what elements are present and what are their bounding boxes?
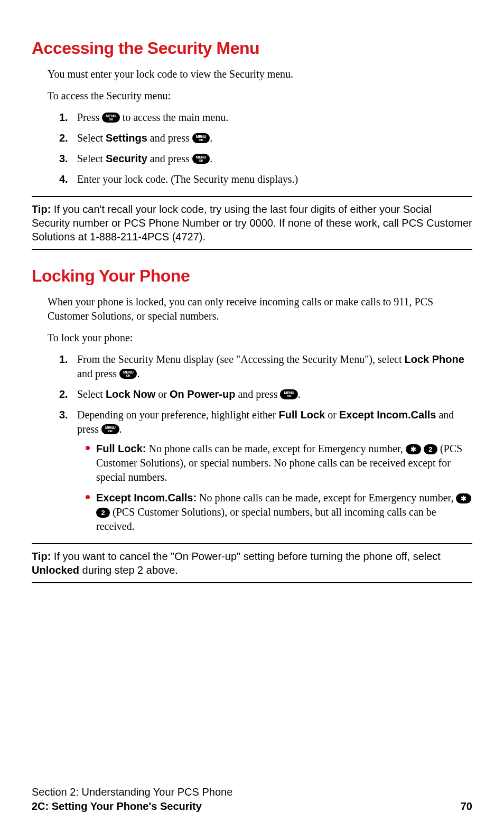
step-number: 3.	[59, 152, 68, 166]
step-number: 2.	[59, 131, 68, 145]
body-text: When your phone is locked, you can only …	[48, 295, 472, 323]
menu-ok-key-icon: MENUOK	[119, 369, 137, 379]
step-item: 2. Select Settings and press MENUOK.	[73, 131, 472, 145]
ordered-steps: 1. Press MENUOK to access the main menu.…	[48, 110, 472, 186]
body-text: To lock your phone:	[48, 331, 472, 345]
ordered-steps: 1. From the Security Menu display (see "…	[48, 352, 472, 534]
step-item: 3. Depending on your preference, highlig…	[73, 408, 472, 534]
menu-ok-key-icon: MENUOK	[280, 389, 297, 399]
step-number: 1.	[59, 110, 68, 125]
page-footer: Section 2: Understanding Your PCS Phone …	[32, 785, 472, 814]
menu-ok-key-icon: MENUOK	[192, 133, 210, 143]
tip-label: Tip:	[32, 550, 51, 562]
menu-ok-key-icon: MENUOK	[102, 113, 119, 123]
tip-label: Tip:	[32, 203, 51, 215]
menu-ok-key-icon: MENUOK	[192, 154, 210, 164]
body-text: You must enter your lock code to view th…	[48, 67, 472, 81]
tip-box: Tip: If you want to cancel the "On Power…	[32, 543, 472, 583]
step-item: 2. Select Lock Now or On Power-up and pr…	[73, 387, 472, 402]
body-text: To access the Security menu:	[48, 89, 472, 103]
step-number: 4.	[59, 172, 68, 186]
two-key-icon: 2	[424, 444, 437, 454]
footer-section-line: Section 2: Understanding Your PCS Phone	[32, 785, 472, 799]
heading-locking-phone: Locking Your Phone	[32, 265, 472, 287]
step-item: 3. Select Security and press MENUOK.	[73, 152, 472, 166]
step-number: 3.	[59, 408, 68, 422]
two-key-icon: 2	[96, 508, 110, 518]
bullet-item: Except Incom.Calls: No phone calls can b…	[88, 491, 472, 534]
step-number: 2.	[59, 387, 68, 402]
star-key-icon: ✱	[406, 444, 421, 454]
step-item: 1. From the Security Menu display (see "…	[73, 352, 472, 381]
step-item: 1. Press MENUOK to access the main menu.	[73, 110, 472, 125]
heading-accessing-security: Accessing the Security Menu	[32, 37, 472, 60]
step-item: 4. Enter your lock code. (The Security m…	[73, 172, 472, 186]
step-number: 1.	[59, 352, 68, 367]
tip-box: Tip: If you can't recall your lock code,…	[32, 196, 472, 250]
page-number: 70	[461, 799, 472, 814]
star-key-icon: ✱	[456, 493, 471, 503]
menu-ok-key-icon: MENUOK	[101, 424, 119, 434]
bullet-item: Full Lock: No phone calls can be made, e…	[88, 442, 472, 484]
footer-subsection-line: 2C: Setting Your Phone's Security	[32, 799, 472, 814]
bullet-list: Full Lock: No phone calls can be made, e…	[77, 442, 472, 534]
